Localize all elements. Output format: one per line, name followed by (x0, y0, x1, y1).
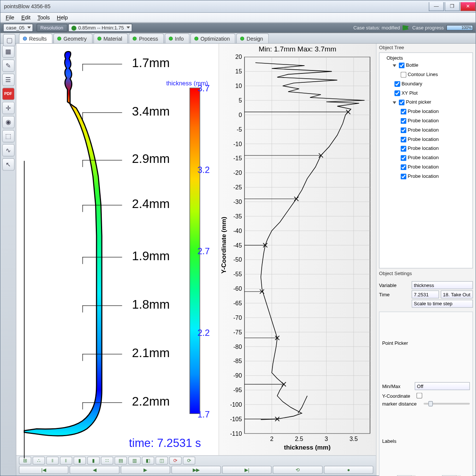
time-step-select[interactable]: 18. Take Out (441, 290, 473, 298)
svg-text:-15: -15 (233, 155, 242, 161)
record-button[interactable]: ● (324, 466, 373, 474)
tree-checkbox[interactable] (401, 164, 406, 170)
tab-results[interactable]: Results (19, 34, 53, 43)
svg-text:-80: -80 (233, 344, 242, 350)
tree-checkbox[interactable] (394, 90, 400, 96)
menu-help[interactable]: Help (53, 13, 71, 21)
legend-tick: 3.7 (198, 83, 215, 93)
time-value-select[interactable]: 7.2531 (412, 290, 439, 298)
tree-root[interactable]: Objects (387, 55, 472, 61)
probe-label: 2.2mm (117, 394, 170, 409)
case-progress-label: Case progress (412, 25, 444, 30)
plot-button[interactable]: ∿ (2, 144, 14, 157)
expand-icon[interactable] (393, 101, 396, 104)
tree-checkbox[interactable] (401, 137, 406, 142)
maximize-button[interactable]: ❐ (445, 2, 460, 11)
minmax-select[interactable]: Off (415, 382, 470, 390)
object-tree[interactable]: ObjectsBottleContour LinesBoundaryXY Plo… (379, 53, 473, 268)
tree-item[interactable]: Contour Lines (399, 70, 472, 79)
skip-start-button[interactable]: |◀ (19, 466, 69, 474)
dashed-rect-button[interactable]: ⬚ (2, 130, 14, 142)
status-dot-icon (97, 37, 101, 41)
loop-button[interactable]: ⟲ (273, 466, 322, 474)
play-button[interactable]: ▶ (120, 466, 170, 474)
tree-item[interactable]: Probe location (399, 144, 472, 154)
shaded-button[interactable]: ◧ (142, 457, 154, 464)
tab-process[interactable]: Process (129, 34, 164, 43)
variable-select[interactable]: thickness (412, 281, 473, 289)
wireframe-button[interactable]: ◫ (155, 457, 168, 464)
resolution-value: 0.85mm -- Hmin:1.75 (78, 25, 124, 30)
step-fwd-button[interactable]: ▶▶ (171, 466, 221, 474)
tree-checkbox[interactable] (401, 146, 406, 151)
tree-item[interactable]: Probe location (399, 153, 472, 163)
tree-item[interactable]: Point picker (393, 98, 472, 107)
tab-design[interactable]: Design (236, 34, 269, 43)
tree-item[interactable]: Boundary (393, 79, 472, 89)
tree-checkbox[interactable] (394, 81, 400, 87)
window-title: pointsBlow 4356-85 (4, 3, 428, 10)
chevron-down-icon (27, 26, 31, 29)
skip-end-button[interactable]: ▶| (222, 466, 272, 474)
refresh-green-button[interactable]: ⟳ (183, 457, 195, 464)
tree-checkbox[interactable] (399, 63, 404, 68)
camera-button[interactable]: ◉ (2, 116, 14, 128)
tab-material[interactable]: Material (93, 34, 128, 43)
expand-icon[interactable] (393, 64, 396, 67)
minimize-button[interactable]: — (429, 2, 444, 11)
tree-item[interactable]: Bottle (393, 61, 472, 70)
svg-text:-45: -45 (233, 242, 242, 249)
tree-checkbox[interactable] (401, 109, 406, 114)
ycoord-checkbox[interactable] (416, 393, 422, 398)
axes-button[interactable]: ✛ (2, 102, 14, 114)
tree-label: Probe location (408, 127, 439, 132)
scale-to-timestep-button[interactable]: Scale to time step (412, 300, 473, 308)
case-dropdown[interactable]: case_05 (3, 24, 33, 32)
tree-checkbox[interactable] (401, 127, 406, 133)
view-cube-button[interactable]: ▢ (3, 34, 15, 46)
titlebar: pointsBlow 4356-85 — ❐ ✕ (0, 0, 476, 13)
tree-item[interactable]: Probe location (399, 163, 472, 172)
tab-optimization[interactable]: Optimization (190, 34, 236, 43)
pencil-button[interactable]: ✎ (2, 60, 14, 72)
tree-checkbox[interactable] (399, 100, 404, 105)
cube-button[interactable]: ▦ (2, 45, 14, 58)
svg-text:-55: -55 (233, 271, 242, 277)
tree-item[interactable]: Probe location (399, 135, 472, 144)
case-dropdown-value: case_05 (6, 25, 25, 30)
probe-label: 1.9mm (117, 249, 170, 263)
tree-checkbox[interactable] (401, 118, 406, 124)
case-progress-bar: 100% (447, 25, 473, 30)
tree-item[interactable]: Probe location (399, 126, 472, 135)
xy-plot[interactable]: Min: 1.7mm Max: 3.7mm 20151050-5-10-15-2… (219, 44, 376, 455)
tree-item[interactable]: Probe location (399, 116, 472, 126)
close-button[interactable]: ✕ (461, 2, 476, 11)
resolution-dropdown[interactable]: ⬤ 0.85mm -- Hmin:1.75 (68, 24, 132, 32)
tab-geometry[interactable]: Geometry (53, 34, 92, 43)
object-settings-title: Object Settings (376, 269, 476, 277)
probe-leader (82, 257, 122, 257)
view3d[interactable]: 1.7mm3.4mm2.9mm2.4mm1.9mm1.8mm2.1mm2.2mm… (16, 44, 219, 455)
pointer-button[interactable]: ↖ (2, 158, 14, 170)
pdf-button[interactable]: PDF (2, 88, 14, 100)
tree-label: Point picker (406, 100, 431, 105)
tree-checkbox[interactable] (401, 174, 406, 179)
refresh-red-button[interactable]: ⟳ (169, 457, 182, 464)
step-back-button[interactable]: ◀ (70, 466, 119, 474)
tree-checkbox[interactable] (401, 72, 406, 78)
ruled-page-button[interactable]: ☰ (2, 73, 14, 86)
tree-checkbox[interactable] (401, 155, 406, 161)
tree-item[interactable]: XY Plot (393, 89, 472, 98)
menu-file[interactable]: File (2, 13, 18, 21)
tree-item[interactable]: Probe location (399, 172, 472, 181)
tree-item[interactable]: Probe location (399, 107, 472, 116)
tab-info[interactable]: Info (165, 34, 189, 43)
app-window: pointsBlow 4356-85 — ❐ ✕ File Edit Tools… (0, 0, 476, 476)
menu-tools[interactable]: Tools (34, 13, 53, 21)
menu-edit[interactable]: Edit (18, 13, 34, 21)
probe-leader (82, 403, 122, 403)
svg-text:2.5: 2.5 (295, 436, 303, 442)
svg-text:-95: -95 (233, 387, 242, 393)
svg-text:thickness (mm): thickness (mm) (284, 444, 331, 451)
marker-distance-slider[interactable] (423, 403, 470, 405)
